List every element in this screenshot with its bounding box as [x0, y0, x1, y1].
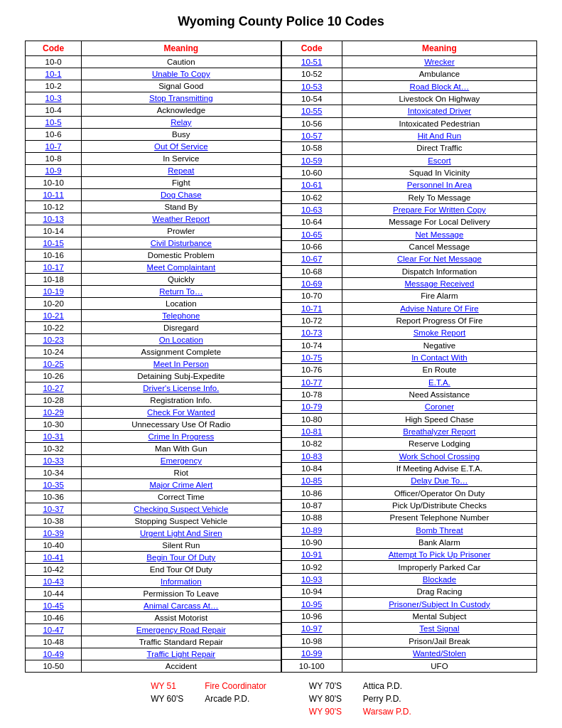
table-row: 10-49 [26, 648, 82, 660]
table-row: Prisoner/Subject In Custody [342, 598, 536, 610]
table-row: Intoxicated Pedestrian [342, 117, 536, 129]
table-row: 10-55 [281, 105, 342, 117]
table-left: Code Meaning 10-0Caution10-1Unable To Co… [25, 41, 281, 673]
table-row: 10-14 [26, 225, 82, 237]
table-row: 10-62 [281, 191, 342, 203]
footer-code: WY 90'S [309, 707, 352, 717]
table-row: Improperly Parked Car [342, 561, 536, 573]
table-row: Advise Nature Of Fire [342, 302, 536, 314]
table-row: 10-53 [281, 80, 342, 92]
table-row: 10-22 [26, 322, 82, 334]
table-row: 10-73 [281, 327, 342, 339]
table-row: Personnel In Area [342, 179, 536, 191]
table-row: Checking Suspect Vehicle [82, 503, 281, 515]
table-row: 10-100 [281, 660, 342, 673]
table-row: Squad In Vicinity [342, 166, 536, 178]
footer-item: WY 60'SArcade P.D. [151, 694, 266, 704]
table-row: Delay Due To… [342, 475, 536, 487]
table-row: Civil Disturbance [82, 237, 281, 250]
footer-meaning: Attica P.D. [363, 681, 402, 691]
table-row: Direct Traffic [342, 142, 536, 154]
table-row: Dispatch Information [342, 265, 536, 277]
table-row: 10-80 [281, 413, 342, 425]
table-row: 10-15 [26, 237, 82, 250]
table-row: 10-39 [26, 528, 82, 540]
left-code-header: Code [26, 41, 82, 56]
table-row: Pick Up/Distribute Checks [342, 499, 536, 511]
table-row: 10-24 [26, 346, 82, 358]
table-row: 10-27 [26, 382, 82, 395]
table-row: Begin Tour Of Duty [82, 552, 281, 564]
table-row: 10-29 [26, 407, 82, 419]
table-row: 10-5 [26, 117, 82, 129]
footer-meaning: Warsaw P.D. [363, 707, 411, 717]
table-row: 10-78 [281, 388, 342, 400]
footer-section: WY 51Fire CoordinatorWY 60'SArcade P.D.W… [14, 681, 548, 717]
table-row: Emergency [82, 455, 281, 467]
table-row: 10-35 [26, 479, 82, 491]
table-row: 10-48 [26, 636, 82, 648]
table-row: 10-90 [281, 536, 342, 548]
table-row: 10-91 [281, 549, 342, 561]
table-row: 10-70 [281, 290, 342, 302]
table-row: 10-23 [26, 334, 82, 346]
table-row: Fire Alarm [342, 290, 536, 302]
table-row: 10-83 [281, 450, 342, 462]
table-row: Crime In Progress [82, 431, 281, 443]
table-row: 10-19 [26, 286, 82, 298]
table-row: Signal Good [82, 80, 281, 92]
table-row: 10-40 [26, 540, 82, 552]
table-row: 10-63 [281, 203, 342, 215]
table-row: 10-37 [26, 503, 82, 515]
table-row: 10-61 [281, 179, 342, 191]
table-row: 10-96 [281, 610, 342, 622]
table-row: Cancel Message [342, 240, 536, 252]
table-row: Hit And Run [342, 129, 536, 141]
table-row: 10-92 [281, 561, 342, 573]
table-row: 10-25 [26, 358, 82, 370]
table-row: Domestic Problem [82, 250, 281, 262]
table-row: Disregard [82, 322, 281, 334]
table-row: 10-65 [281, 228, 342, 240]
table-row: In Service [82, 153, 281, 165]
table-row: Emergency Road Repair [82, 624, 281, 636]
table-row: Caution [82, 56, 281, 68]
footer-code: WY 60'S [151, 694, 193, 704]
table-row: 10-11 [26, 189, 82, 201]
table-row: Quickly [82, 274, 281, 286]
table-row: Check For Wanted [82, 407, 281, 419]
table-row: 10-2 [26, 80, 82, 92]
table-row: 10-51 [281, 56, 342, 68]
table-row: 10-50 [26, 660, 82, 673]
table-row: 10-1 [26, 68, 82, 80]
table-row: Relay [82, 117, 281, 129]
table-row: Bank Alarm [342, 536, 536, 548]
table-row: Repeat [82, 165, 281, 177]
table-row: 10-87 [281, 499, 342, 511]
table-row: Detaining Subj-Expedite [82, 370, 281, 382]
footer-item: WY 51Fire Coordinator [151, 681, 266, 691]
table-row: End Tour Of Duty [82, 564, 281, 576]
table-row: Prepare For Written Copy [342, 203, 536, 215]
table-row: 10-59 [281, 154, 342, 166]
table-row: Attempt To Pick Up Prisoner [342, 549, 536, 561]
table-row: Negative [342, 339, 536, 351]
table-row: Reserve Lodging [342, 438, 536, 450]
table-row: 10-94 [281, 586, 342, 598]
footer-meaning: Arcade P.D. [205, 694, 249, 704]
table-row: Accident [82, 660, 281, 673]
table-row: Out Of Service [82, 141, 281, 153]
table-row: Work School Crossing [342, 450, 536, 462]
table-row: 10-54 [281, 92, 342, 105]
table-row: 10-38 [26, 515, 82, 528]
table-row: In Contact With [342, 351, 536, 363]
table-row: 10-12 [26, 201, 82, 213]
table-row: 10-13 [26, 213, 82, 225]
table-row: 10-74 [281, 339, 342, 351]
table-right: Code Meaning 10-51Wrecker10-52Ambulance1… [281, 41, 537, 673]
table-row: 10-6 [26, 129, 82, 141]
table-row: Escort [342, 154, 536, 166]
footer-meaning: Fire Coordinator [205, 681, 266, 691]
footer-item: WY 80'SPerry P.D. [309, 694, 411, 704]
table-row: 10-20 [26, 298, 82, 310]
